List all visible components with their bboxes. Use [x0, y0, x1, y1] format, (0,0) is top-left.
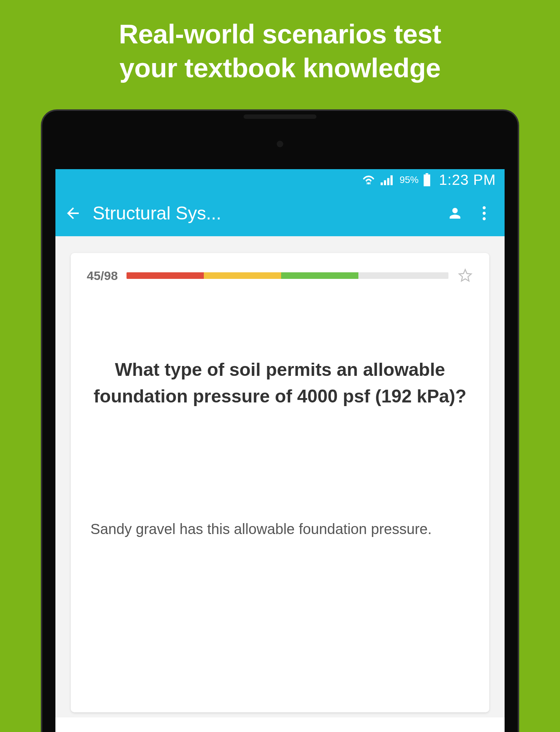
- star-outline-icon: [458, 268, 472, 283]
- tablet-speaker: [244, 114, 316, 119]
- tablet-camera: [277, 141, 283, 147]
- svg-point-8: [483, 212, 486, 215]
- tablet-bezel-top: [42, 111, 518, 169]
- progress-segment-empty: [358, 272, 448, 279]
- overflow-menu-button[interactable]: [474, 203, 494, 223]
- progress-segment-yellow: [204, 272, 281, 279]
- flashcard[interactable]: 45/98 What type of soil permits an allow…: [71, 253, 489, 712]
- promo-headline-line2: your textbook knowledge: [120, 53, 441, 83]
- flashcard-header: 45/98: [87, 268, 473, 284]
- battery-percentage: 95%: [400, 174, 419, 186]
- svg-rect-5: [425, 173, 428, 175]
- tablet-device-frame: 95% 1:23 PM Structural Sys...: [41, 109, 519, 732]
- flashcard-question: What type of soil permits an allowable f…: [87, 357, 473, 409]
- promo-headline-line1: Real-world scenarios test: [119, 19, 441, 49]
- app-bar-title: Structural Sys...: [93, 203, 436, 224]
- profile-button[interactable]: [445, 203, 465, 223]
- svg-rect-6: [424, 175, 430, 186]
- svg-point-0: [368, 182, 370, 184]
- status-time: 1:23 PM: [439, 172, 496, 188]
- favorite-button[interactable]: [457, 268, 473, 284]
- tablet-screen: 95% 1:23 PM Structural Sys...: [55, 169, 505, 732]
- svg-point-7: [483, 206, 486, 209]
- app-bar: Structural Sys...: [55, 190, 505, 236]
- signal-icon: [381, 174, 394, 185]
- progress-segment-green: [281, 272, 358, 279]
- card-counter: 45/98: [87, 269, 118, 283]
- progress-bar: [127, 272, 448, 279]
- progress-segment-red: [127, 272, 204, 279]
- svg-rect-2: [384, 180, 386, 186]
- battery-icon: [423, 173, 431, 186]
- arrow-left-icon: [64, 205, 82, 222]
- svg-point-9: [483, 217, 486, 220]
- content-area: 45/98 What type of soil permits an allow…: [55, 236, 505, 717]
- flashcard-answer: Sandy gravel has this allowable foundati…: [87, 519, 473, 539]
- svg-rect-1: [381, 183, 383, 186]
- svg-rect-4: [390, 175, 393, 185]
- more-vert-icon: [482, 206, 486, 221]
- promo-headline: Real-world scenarios test your textbook …: [0, 0, 560, 85]
- svg-rect-3: [387, 178, 389, 186]
- person-icon: [447, 205, 463, 221]
- wifi-icon: [362, 174, 375, 185]
- android-status-bar: 95% 1:23 PM: [55, 169, 505, 190]
- back-button[interactable]: [62, 202, 84, 224]
